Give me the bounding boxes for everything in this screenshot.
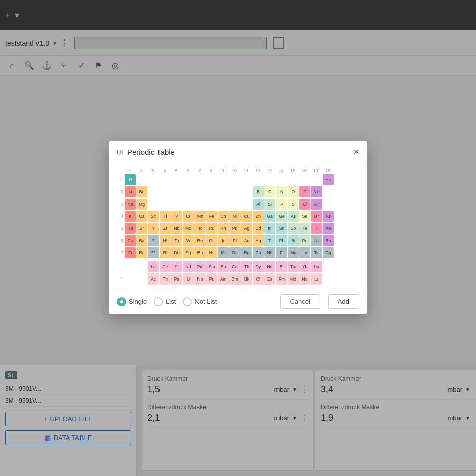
element-Ti[interactable]: Ti: [160, 211, 171, 222]
element-Ne[interactable]: Ne: [311, 186, 322, 197]
element-Tb[interactable]: Tb: [241, 261, 252, 272]
element-Ds[interactable]: Ds: [229, 247, 241, 258]
element-Nd[interactable]: Nd: [183, 261, 194, 272]
element-Cn[interactable]: Cn: [253, 247, 264, 258]
element-Ru[interactable]: Ru: [206, 223, 217, 234]
element-Rf[interactable]: Rf: [160, 247, 171, 258]
element-Ag[interactable]: Ag: [241, 223, 252, 234]
element-I[interactable]: I: [311, 223, 322, 234]
element-Rg[interactable]: Rg: [241, 247, 252, 258]
radio-single[interactable]: Single: [117, 297, 147, 306]
element-Au[interactable]: Au: [241, 235, 252, 246]
element-Nh[interactable]: Nh: [264, 247, 275, 258]
element-Ce[interactable]: Ce: [160, 261, 171, 272]
element-Pa[interactable]: Pa: [171, 273, 182, 285]
element-Ba[interactable]: Ba: [136, 235, 147, 246]
element-Fm[interactable]: Fm: [276, 273, 287, 285]
element-Pt[interactable]: Pt: [229, 235, 241, 246]
element-C[interactable]: C: [264, 186, 275, 197]
element-He[interactable]: He: [323, 174, 334, 185]
element-Kr[interactable]: Kr: [323, 211, 334, 222]
element-Po[interactable]: Po: [299, 235, 310, 246]
element-Ga[interactable]: Ga: [264, 211, 275, 222]
element-H[interactable]: H: [125, 174, 136, 185]
element-Ac[interactable]: Ac: [148, 273, 159, 285]
element-As[interactable]: As: [288, 211, 299, 222]
element-Mt[interactable]: Mt: [218, 247, 229, 258]
element-Ar[interactable]: Ar: [311, 199, 322, 210]
element-Sc[interactable]: Sc: [148, 211, 159, 222]
element-In[interactable]: In: [264, 223, 275, 234]
element-K[interactable]: K: [125, 211, 136, 222]
element-Os[interactable]: Os: [206, 235, 217, 246]
element-At[interactable]: At: [311, 235, 322, 246]
element-Se[interactable]: Se: [299, 211, 310, 222]
element-W[interactable]: W: [183, 235, 194, 246]
element-U[interactable]: U: [183, 273, 194, 285]
element-Sb[interactable]: Sb: [288, 223, 299, 234]
element-Er[interactable]: Er: [276, 261, 287, 272]
element-Mc[interactable]: Mc: [288, 247, 299, 258]
cancel-button[interactable]: Cancel: [280, 294, 320, 309]
close-button[interactable]: ×: [353, 147, 359, 156]
element-Re[interactable]: Re: [194, 235, 206, 246]
element-Th[interactable]: Th: [160, 273, 171, 285]
element-Tl[interactable]: Tl: [264, 235, 275, 246]
element-O[interactable]: O: [288, 186, 299, 197]
element-Pm[interactable]: Pm: [194, 261, 206, 272]
element-Fe[interactable]: Fe: [206, 211, 217, 222]
radio-not-list[interactable]: Not List: [183, 297, 217, 306]
element-Li[interactable]: Li: [125, 186, 136, 197]
element-Ge[interactable]: Ge: [276, 211, 287, 222]
element-Rh[interactable]: Rh: [218, 223, 229, 234]
element-Hs[interactable]: Hs: [206, 247, 217, 258]
element-Eu[interactable]: Eu: [218, 261, 229, 272]
element-No[interactable]: No: [299, 273, 310, 285]
element-Cr[interactable]: Cr: [183, 211, 194, 222]
element-Yb[interactable]: Yb: [299, 261, 310, 272]
element-Tc[interactable]: Tc: [194, 223, 206, 234]
element-La[interactable]: La: [148, 261, 159, 272]
element-Xe[interactable]: Xe: [323, 223, 334, 234]
element-Ts[interactable]: Ts: [311, 247, 322, 258]
element-Gd[interactable]: Gd: [229, 261, 241, 272]
element-Cf[interactable]: Cf: [253, 273, 264, 285]
element-Lu[interactable]: Lu: [311, 261, 322, 272]
element-Og[interactable]: Og: [323, 247, 334, 258]
element-Zn[interactable]: Zn: [253, 211, 264, 222]
element-Te[interactable]: Te: [299, 223, 310, 234]
element-Ca[interactable]: Ca: [136, 211, 147, 222]
radio-list[interactable]: List: [154, 297, 176, 306]
element-Br[interactable]: Br: [311, 211, 322, 222]
element-Pr[interactable]: Pr: [171, 261, 182, 272]
element-Al[interactable]: Al: [253, 199, 264, 210]
element-Cl[interactable]: Cl: [299, 199, 310, 210]
element-S[interactable]: S: [288, 199, 299, 210]
element-Bk[interactable]: Bk: [241, 273, 252, 285]
element-Bh[interactable]: Bh: [194, 247, 206, 258]
element-Ni[interactable]: Ni: [229, 211, 241, 222]
element-Rb[interactable]: Rb: [125, 223, 136, 234]
add-button[interactable]: Add: [328, 294, 359, 309]
element-Ta[interactable]: Ta: [171, 235, 182, 246]
element-Be[interactable]: Be: [136, 186, 147, 197]
element-Mg[interactable]: Mg: [136, 199, 147, 210]
element-B[interactable]: B: [253, 186, 264, 197]
element-Cm[interactable]: Cm: [229, 273, 241, 285]
element-Sn[interactable]: Sn: [276, 223, 287, 234]
element-Sm[interactable]: Sm: [206, 261, 217, 272]
element-Hf[interactable]: Hf: [160, 235, 171, 246]
element-Mn[interactable]: Mn: [194, 211, 206, 222]
element-Ra[interactable]: Ra: [136, 247, 147, 258]
element-Hg[interactable]: Hg: [253, 235, 264, 246]
element-Mo[interactable]: Mo: [183, 223, 194, 234]
element-Es[interactable]: Es: [264, 273, 275, 285]
element-V[interactable]: V: [171, 211, 182, 222]
element-Np[interactable]: Np: [194, 273, 206, 285]
element-Sr[interactable]: Sr: [136, 223, 147, 234]
element-Cs[interactable]: Cs: [125, 235, 136, 246]
element-Lv[interactable]: Lv: [299, 247, 310, 258]
element-Y[interactable]: Y: [148, 223, 159, 234]
element-Db[interactable]: Db: [171, 247, 182, 258]
element-Dy[interactable]: Dy: [253, 261, 264, 272]
